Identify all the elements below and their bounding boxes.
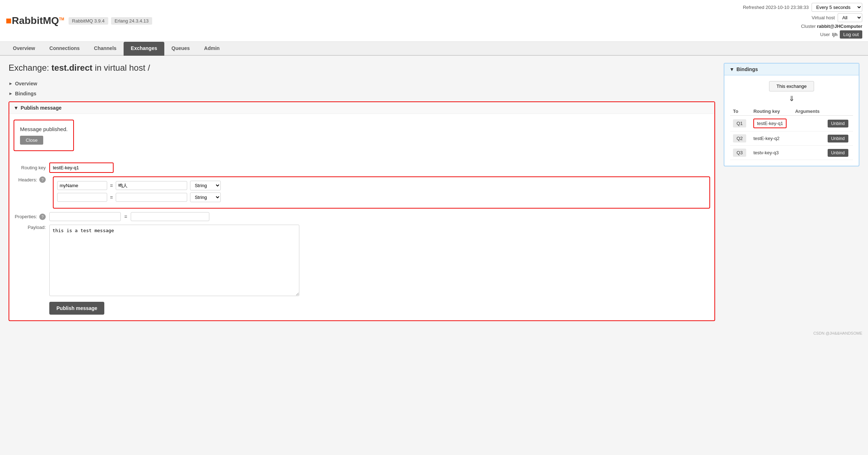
bindings-label: Bindings <box>15 91 36 96</box>
header1-type-select[interactable]: String Number Boolean <box>190 181 221 190</box>
binding-row-1: Q1 testE-key-q1 Unbind <box>730 116 853 131</box>
cluster-value: rabbit@JHComputer <box>817 24 862 29</box>
this-exchange-button[interactable]: This exchange <box>769 81 814 91</box>
col-arguments: Arguments <box>792 107 825 116</box>
header1-name-input[interactable] <box>57 181 107 190</box>
header2-value-input[interactable] <box>116 193 187 202</box>
routing-key-label: Routing key <box>14 165 46 170</box>
unbind-q1-button[interactable]: Unbind <box>828 120 848 128</box>
col-routing-key: Routing key <box>750 107 792 116</box>
binding-q3-arguments <box>792 146 825 160</box>
routing-key-row: Routing key <box>14 162 710 173</box>
headers-label: Headers: <box>18 177 37 182</box>
version-badges: RabbitMQ 3.9.4 Erlang 24.3.4.13 <box>69 17 152 25</box>
message-published-popup: Message published. Close <box>14 120 74 151</box>
binding-q1-arguments <box>792 116 825 131</box>
header1-eq: = <box>110 183 113 189</box>
bindings-arrow-icon: ► <box>9 91 13 96</box>
publish-message-section: ▼ Publish message Message published. Clo… <box>9 101 715 321</box>
cluster-row: Cluster rabbit@JHComputer <box>801 24 862 29</box>
properties-value-input[interactable] <box>131 212 209 221</box>
vhost-row: Virtual host All <box>812 13 862 22</box>
unbind-q2-button[interactable]: Unbind <box>828 135 848 142</box>
publish-section-label: Publish message <box>21 105 61 111</box>
bindings-section-header[interactable]: ► Bindings <box>9 89 715 99</box>
bindings-panel-label: Bindings <box>737 66 758 72</box>
binding-q3-routing-key: testv-key-q3 <box>753 150 779 155</box>
routing-key-input[interactable] <box>49 162 114 173</box>
page-title: Exchange: test.direct in virtual host / <box>9 63 715 73</box>
binding-row-2: Q2 testE-key-q2 Unbind <box>730 131 853 146</box>
header-row-1: = String Number Boolean <box>57 181 706 190</box>
headers-container: = String Number Boolean = <box>53 176 710 209</box>
payload-label: Payload: <box>14 225 46 230</box>
overview-section-header[interactable]: ► Overview <box>9 79 715 89</box>
vhost-select[interactable]: All <box>838 13 862 22</box>
nav-connections[interactable]: Connections <box>42 42 87 56</box>
overview-arrow-icon: ► <box>9 81 13 86</box>
header2-type-select[interactable]: String Number Boolean <box>190 192 221 202</box>
nav-channels[interactable]: Channels <box>87 42 124 56</box>
bindings-collapse-icon: ▼ <box>729 66 734 72</box>
nav-bar: Overview Connections Channels Exchanges … <box>0 42 868 56</box>
binding-q1-routing-key: testE-key-q1 <box>753 119 787 128</box>
refreshed-label: Refreshed 2023-10-10 23:38:33 <box>743 5 809 10</box>
binding-q2-to: Q2 <box>733 134 746 142</box>
prop-eq: = <box>124 214 127 220</box>
logo-tm: TM <box>59 17 64 21</box>
vhost-label: Virtual host <box>812 15 835 20</box>
col-to: To <box>730 107 750 116</box>
unbind-q3-button[interactable]: Unbind <box>828 149 848 157</box>
erlang-version: Erlang 24.3.4.13 <box>111 17 152 25</box>
publish-message-button[interactable]: Publish message <box>49 302 104 315</box>
refresh-select[interactable]: Every 5 secondsEvery 10 secondsEvery 30 … <box>812 3 862 12</box>
rabbitmq-version: RabbitMQ 3.9.4 <box>69 17 108 25</box>
logout-button[interactable]: Log out <box>840 30 862 39</box>
header1-value-input[interactable] <box>116 181 187 190</box>
binding-q2-arguments <box>792 131 825 146</box>
headers-row: Headers: ? = String Number Boolean <box>14 176 710 209</box>
binding-q1-to: Q1 <box>733 119 746 128</box>
nav-exchanges[interactable]: Exchanges <box>124 42 164 56</box>
properties-help-icon[interactable]: ? <box>39 214 46 220</box>
nav-overview[interactable]: Overview <box>6 42 42 56</box>
user-label: User <box>820 32 830 37</box>
header2-eq: = <box>110 195 113 200</box>
user-row: User ljh Log out <box>820 30 862 39</box>
close-button[interactable]: Close <box>20 136 43 145</box>
publish-arrow-icon: ▼ <box>14 105 19 111</box>
top-right: Refreshed 2023-10-10 23:38:33 Every 5 se… <box>743 3 862 39</box>
properties-name-input[interactable] <box>49 212 121 221</box>
logo: ■RabbitMQTM <box>6 15 64 26</box>
properties-row: Properties: ? = <box>14 212 710 221</box>
left-panel: Exchange: test.direct in virtual host / … <box>9 63 715 321</box>
payload-textarea[interactable]: this is a test message <box>49 225 299 296</box>
header2-name-input[interactable] <box>57 193 107 202</box>
logo-area: ■RabbitMQTM RabbitMQ 3.9.4 Erlang 24.3.4… <box>6 15 152 26</box>
footer-note: CSDN @JH&&HANDSOME <box>0 328 868 338</box>
headers-help-icon[interactable]: ? <box>39 176 46 183</box>
user-value: ljh <box>832 32 837 37</box>
header-row-2: = String Number Boolean <box>57 192 706 202</box>
properties-label: Properties: <box>15 214 37 219</box>
binding-q3-to: Q3 <box>733 149 746 157</box>
nav-queues[interactable]: Queues <box>164 42 197 56</box>
publish-section-toggle[interactable]: ▼ Publish message <box>9 102 714 114</box>
overview-label: Overview <box>15 81 37 86</box>
bindings-panel: ▼ Bindings This exchange ⇓ To Routing ke… <box>724 63 859 166</box>
main-content: Exchange: test.direct in virtual host / … <box>0 56 868 328</box>
binding-row-3: Q3 testv-key-q3 Unbind <box>730 146 853 160</box>
bindings-panel-header: ▼ Bindings <box>724 64 859 75</box>
binding-q2-routing-key: testE-key-q2 <box>753 136 779 141</box>
top-bar: ■RabbitMQTM RabbitMQ 3.9.4 Erlang 24.3.4… <box>0 0 868 42</box>
payload-row: Payload: this is a test message <box>14 225 710 296</box>
refresh-row: Refreshed 2023-10-10 23:38:33 Every 5 se… <box>743 3 862 12</box>
bindings-table: To Routing key Arguments Q1 testE-key-q1… <box>730 107 853 160</box>
message-published-text: Message published. <box>20 126 68 132</box>
publish-section-body: Message published. Close Routing key Hea… <box>9 114 714 320</box>
nav-admin[interactable]: Admin <box>197 42 227 56</box>
down-arrow-icon: ⇓ <box>730 94 853 103</box>
bindings-body: This exchange ⇓ To Routing key Arguments… <box>724 75 859 166</box>
